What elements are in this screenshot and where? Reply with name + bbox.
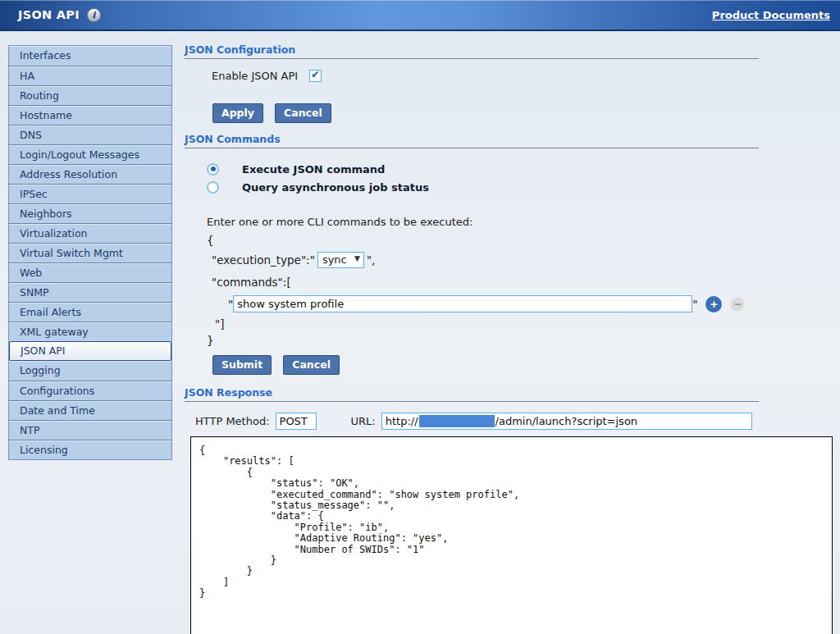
sidebar-item-date-and-time[interactable]: Date and Time [9, 400, 171, 420]
section-heading-json-commands: JSON Commands [185, 133, 834, 145]
execution-type-prefix: "execution_type":" [212, 253, 315, 267]
query-async-job-status-radio[interactable] [207, 181, 219, 194]
sidebar-item-ha[interactable]: HA [9, 66, 171, 85]
section-divider [185, 401, 759, 402]
command-close-quote: " [692, 298, 697, 311]
section-divider [185, 58, 759, 59]
section-heading-json-response: JSON Response [185, 386, 834, 399]
section-divider [185, 148, 759, 148]
execution-type-select-wrap: sync ▼ [317, 252, 364, 268]
main-content: JSON Configuration Enable JSON API Apply… [185, 38, 834, 634]
sidebar-item-ntp[interactable]: NTP [9, 420, 171, 440]
sidebar-item-ipsec[interactable]: IPSec [9, 184, 171, 203]
editor-open-brace: { [207, 233, 834, 248]
submit-button[interactable]: Submit [212, 355, 272, 375]
commands-key-line: "commands":[ [212, 276, 834, 289]
request-summary-row: HTTP Method: URL: http:// /admin/launch?… [195, 413, 834, 430]
url-prefix-text: http:// [386, 415, 418, 427]
command-mode-radio-group: Execute JSON command Query asynchronous … [207, 160, 834, 196]
execute-json-command-label: Execute JSON command [242, 163, 385, 176]
cancel-command-button[interactable]: Cancel [283, 355, 340, 375]
sidebar-item-dns[interactable]: DNS [9, 125, 171, 144]
page-title-text: JSON API [18, 8, 80, 21]
execution-type-suffix: ", [367, 253, 376, 267]
sidebar-item-address-resolution[interactable]: Address Resolution [9, 164, 171, 184]
http-method-field[interactable] [276, 413, 317, 430]
sidebar-item-hostname[interactable]: Hostname [9, 105, 171, 125]
sidebar-item-login-logout-messages[interactable]: Login/Logout Messages [9, 144, 171, 164]
cancel-configuration-button[interactable]: Cancel [275, 103, 331, 123]
sidebar-item-snmp[interactable]: SNMP [9, 282, 171, 302]
app-header: JSON API i Product Documents [0, 0, 840, 31]
sidebar-item-licensing[interactable]: Licensing [9, 440, 171, 459]
sidebar-item-configurations[interactable]: Configurations [9, 381, 171, 400]
enable-json-api-checkbox[interactable] [309, 70, 322, 82]
sidebar-item-json-api[interactable]: JSON API [9, 341, 171, 361]
http-method-label: HTTP Method: [195, 415, 270, 427]
url-label: URL: [351, 415, 376, 427]
remove-command-button[interactable]: − [729, 296, 746, 312]
cli-commands-prompt: Enter one or more CLI commands to be exe… [207, 216, 834, 228]
page-title: JSON API i [18, 8, 101, 22]
enable-json-api-row: Enable JSON API [212, 70, 834, 82]
sidebar-item-neighbors[interactable]: Neighbors [9, 203, 171, 223]
enable-json-api-label: Enable JSON API [212, 70, 298, 82]
sidebar-item-logging[interactable]: Logging [9, 361, 171, 381]
sidebar-item-email-alerts[interactable]: Email Alerts [9, 302, 171, 322]
section-heading-json-configuration: JSON Configuration [185, 43, 834, 56]
editor-array-close: "] [215, 317, 834, 331]
execute-json-command-radio[interactable] [207, 163, 219, 176]
command-input-row: " " + − [228, 295, 834, 312]
info-icon[interactable]: i [87, 8, 101, 22]
query-async-job-status-label: Query asynchronous job status [242, 181, 429, 194]
query-async-job-status-row: Query asynchronous job status [207, 178, 834, 196]
cli-command-input[interactable] [233, 295, 692, 312]
json-command-editor: { "execution_type":" sync ▼ ", "commands… [185, 233, 834, 347]
apply-button[interactable]: Apply [212, 103, 263, 123]
sidebar-item-web[interactable]: Web [9, 262, 171, 282]
sidebar-item-interfaces[interactable]: Interfaces [9, 46, 171, 66]
redacted-hostname-block [419, 415, 495, 427]
execution-type-line: "execution_type":" sync ▼ ", [212, 251, 834, 269]
sidebar-item-virtualization[interactable]: Virtualization [9, 223, 171, 243]
editor-close-brace: } [207, 334, 834, 347]
sidebar-nav: Interfaces HA Routing Hostname DNS Login… [8, 45, 172, 460]
sidebar-item-virtual-switch-mgmt[interactable]: Virtual Switch Mgmt [9, 243, 171, 262]
sidebar-item-routing[interactable]: Routing [9, 85, 171, 105]
url-field[interactable]: http:// /admin/launch?script=json [381, 413, 752, 430]
configuration-buttons: Apply Cancel [212, 103, 834, 123]
url-suffix-text: /admin/launch?script=json [495, 415, 638, 427]
execution-type-select[interactable]: sync [317, 252, 364, 268]
add-command-button[interactable]: + [705, 296, 722, 312]
sidebar-item-xml-gateway[interactable]: XML gateway [9, 322, 171, 341]
json-response-output[interactable]: { "results": [ { "status": "OK", "execut… [190, 436, 833, 634]
execute-json-command-row: Execute JSON command [207, 160, 834, 178]
command-buttons: Submit Cancel [212, 355, 834, 375]
product-documents-link[interactable]: Product Documents [712, 9, 830, 21]
